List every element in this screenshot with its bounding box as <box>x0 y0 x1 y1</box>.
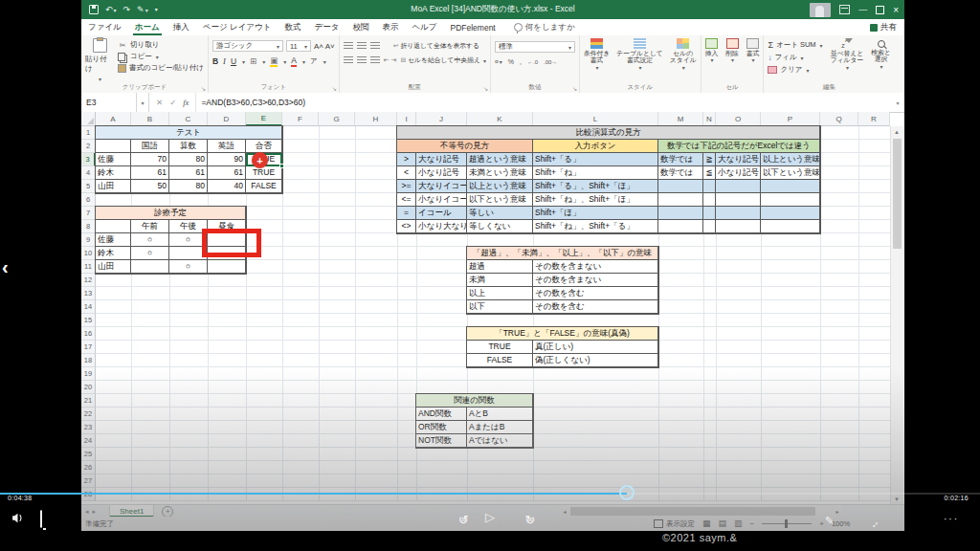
row-header-21[interactable]: 21 <box>81 394 96 408</box>
cell[interactable]: 数学では <box>658 166 703 180</box>
annotate-pencil-button[interactable]: ✎ <box>825 516 834 526</box>
picture-in-picture-button[interactable] <box>40 512 42 527</box>
cell[interactable]: < <box>397 166 416 180</box>
column-header-E[interactable]: E <box>246 112 282 126</box>
zoom-in-icon[interactable]: + <box>819 520 824 528</box>
forward-30-button[interactable]: ↻30 <box>524 514 535 526</box>
cell[interactable]: 偽(正しくない) <box>533 354 658 367</box>
cell[interactable] <box>761 207 820 220</box>
cell[interactable]: 大なりイコール <box>416 180 467 193</box>
row-header-12[interactable]: 12 <box>81 274 96 287</box>
row-header-28[interactable]: 28 <box>81 488 96 501</box>
sheet-nav-arrows[interactable]: ◂▸ <box>85 508 100 516</box>
cell[interactable]: その数を含む <box>533 300 658 314</box>
cell[interactable]: AまたはB <box>467 421 533 434</box>
fill-handle[interactable] <box>279 164 284 168</box>
cell[interactable]: 数学では <box>658 153 703 166</box>
row-header-4[interactable]: 4 <box>81 166 96 180</box>
row-header-10[interactable]: 10 <box>81 247 96 260</box>
zoom-slider-thumb[interactable] <box>785 519 788 528</box>
row-header-5[interactable]: 5 <box>81 180 96 193</box>
row-header-7[interactable]: 7 <box>81 207 96 220</box>
cell[interactable]: 鈴木 <box>96 247 131 260</box>
cell[interactable]: Aではない <box>467 434 533 448</box>
scroll-right-icon[interactable]: ▸ <box>833 505 842 517</box>
cell[interactable]: 61 <box>208 166 246 180</box>
cell[interactable] <box>716 220 761 233</box>
more-options-button[interactable]: ··· <box>944 515 959 524</box>
row-header-14[interactable]: 14 <box>81 300 96 314</box>
cell[interactable] <box>96 140 131 153</box>
cell[interactable]: 80 <box>169 153 208 166</box>
player-progress-knob[interactable] <box>619 485 635 500</box>
row-header-15[interactable]: 15 <box>81 314 96 327</box>
row-header-11[interactable]: 11 <box>81 260 96 274</box>
cell[interactable]: 山田 <box>96 180 131 193</box>
normal-view-icon[interactable]: ▦ <box>702 519 711 528</box>
scroll-up-icon[interactable]: ▲ <box>891 126 902 137</box>
fullscreen-button[interactable]: ↔ <box>869 515 880 530</box>
cell[interactable]: 「TRUE」と「FALSE」の意味(真偽) <box>467 327 658 341</box>
cell[interactable]: 小なり大なり <box>416 220 467 233</box>
column-header-A[interactable]: A <box>96 112 131 126</box>
cell[interactable]: 以上という意味 <box>467 180 533 193</box>
cell[interactable]: 真(正しい) <box>533 341 658 354</box>
cell[interactable]: ○ <box>131 247 169 260</box>
row-header-17[interactable]: 17 <box>81 341 96 354</box>
cell[interactable] <box>716 207 761 220</box>
cell[interactable]: テスト <box>96 126 282 140</box>
horizontal-scrollbar[interactable]: ◂ ▸ <box>560 504 842 518</box>
cell[interactable]: 大なり記号 <box>416 153 467 166</box>
cell[interactable]: 90 <box>208 153 246 166</box>
cell[interactable]: 不等号の見方 <box>397 140 533 153</box>
column-header-D[interactable]: D <box>208 112 246 126</box>
cell[interactable]: 50 <box>131 180 169 193</box>
cell[interactable]: AND関数 <box>416 408 467 421</box>
previous-video-chevron[interactable]: ‹ <box>2 256 9 278</box>
cell[interactable]: ≦ <box>703 166 716 180</box>
cell[interactable] <box>761 220 820 233</box>
cell[interactable]: 入力ボタン <box>533 140 658 153</box>
cell[interactable]: = <box>397 207 416 220</box>
cell[interactable]: ○ <box>131 233 169 247</box>
scroll-down-icon[interactable]: ▼ <box>891 494 902 504</box>
select-all-corner[interactable] <box>81 112 96 126</box>
cell[interactable]: 超過 <box>467 260 533 274</box>
cell[interactable] <box>761 193 820 207</box>
cell[interactable]: <> <box>397 220 416 233</box>
cell[interactable]: AとB <box>467 408 533 421</box>
cell[interactable]: 小なり記号 <box>716 166 761 180</box>
page-layout-view-icon[interactable]: ▤ <box>719 519 727 528</box>
row-header-19[interactable]: 19 <box>81 367 96 381</box>
cell[interactable]: 鈴木 <box>96 166 131 180</box>
scroll-left-icon[interactable]: ◂ <box>560 505 569 517</box>
horizontal-scroll-thumb[interactable] <box>570 507 815 516</box>
cell[interactable]: TRUE <box>467 341 533 354</box>
display-settings-button[interactable]: 表示設定 <box>654 519 695 529</box>
cell[interactable]: 大なり記号 <box>716 153 761 166</box>
cell[interactable]: 以下 <box>467 300 533 314</box>
cell[interactable]: 算数 <box>169 140 208 153</box>
cell[interactable] <box>703 220 716 233</box>
cell[interactable]: 小なりイコール <box>416 193 467 207</box>
cell[interactable]: TRUE <box>246 166 282 180</box>
cell[interactable]: 61 <box>131 166 169 180</box>
cell[interactable]: > <box>397 153 416 166</box>
cell[interactable]: その数を含まない <box>533 260 658 274</box>
column-header-M[interactable]: M <box>658 112 703 126</box>
row-header-27[interactable]: 27 <box>81 474 96 488</box>
row-header-16[interactable]: 16 <box>81 327 96 341</box>
column-header-Q[interactable]: Q <box>820 112 858 126</box>
column-header-B[interactable]: B <box>131 112 169 126</box>
row-header-13[interactable]: 13 <box>81 287 96 300</box>
new-sheet-button[interactable]: + <box>162 506 173 518</box>
row-header-26[interactable]: 26 <box>81 461 96 474</box>
cell[interactable] <box>658 180 703 193</box>
play-button[interactable]: ▷ <box>485 511 495 523</box>
cell[interactable] <box>658 207 703 220</box>
column-header-R[interactable]: R <box>858 112 890 126</box>
zoom-slider[interactable] <box>762 523 812 524</box>
cell[interactable]: Shift+「ほ」 <box>533 207 658 220</box>
cell[interactable] <box>658 193 703 207</box>
cell[interactable]: その数を含む <box>533 287 658 300</box>
